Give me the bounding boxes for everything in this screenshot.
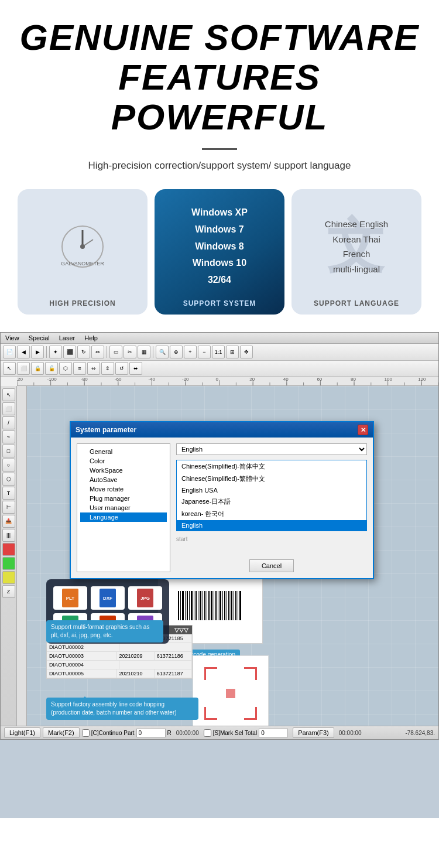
- menu-view[interactable]: View: [5, 334, 19, 341]
- tb-zoom-in[interactable]: +: [184, 346, 197, 358]
- tb-new[interactable]: 📄: [3, 346, 16, 358]
- lt-ellipse[interactable]: ○: [2, 459, 15, 471]
- label-row-5: DIAOTU00005 20210210 613721187: [47, 669, 192, 678]
- dialog-tree: General Color WorkSpace AutoSave Move ro…: [77, 443, 170, 572]
- ruler-v: [17, 386, 27, 726]
- tb2-arrow[interactable]: ↖: [3, 362, 16, 375]
- lt-line[interactable]: /: [2, 416, 15, 429]
- tb-forward[interactable]: ▶: [31, 346, 44, 358]
- smark-check: [S]Mark Sel Total: [204, 729, 288, 737]
- lt-polygon[interactable]: ⬡: [2, 473, 15, 486]
- card-inner-language: 文 Chinese EnglishKorean ThaiFrenchmulti-…: [322, 199, 391, 295]
- tb2-rotate-90[interactable]: ↺: [115, 362, 128, 375]
- tb-back[interactable]: ◀: [17, 346, 30, 358]
- label-cell-date3: 20210209: [117, 652, 155, 660]
- tb-cut[interactable]: ✂: [124, 346, 136, 358]
- callout-multiformat: Support multi-format graphics such as pl…: [46, 620, 163, 643]
- software-section: View Special Laser Help 📄 ◀ ▶ ✦ ⬛ ↻ ⇔ ▭ …: [0, 332, 439, 818]
- tree-color[interactable]: Color: [80, 456, 167, 466]
- qr-visual: [204, 667, 257, 720]
- tree-general[interactable]: General: [80, 447, 167, 456]
- app-window: View Special Laser Help 📄 ◀ ▶ ✦ ⬛ ↻ ⇔ ▭ …: [0, 332, 439, 740]
- smark-checkbox[interactable]: [204, 729, 211, 737]
- tb2-group[interactable]: ⬡: [59, 362, 72, 375]
- file-icon-jpg: JPG: [128, 586, 162, 610]
- label-cell-id3: DIAOTU00003: [47, 652, 117, 660]
- lang-select[interactable]: English: [176, 443, 367, 455]
- tb-mirror[interactable]: ⇔: [91, 346, 104, 358]
- lt-color2[interactable]: [2, 557, 15, 570]
- card-inner-system: Windows XPWindows 7Windows 8Windows 1032…: [188, 199, 251, 295]
- galvanometer-icon: GALVANOMETER: [59, 223, 106, 270]
- param-button[interactable]: Param(F3): [293, 727, 334, 738]
- tb-zoom-actual[interactable]: 1:1: [212, 346, 225, 358]
- tree-plugmanager[interactable]: Plug manager: [80, 494, 167, 503]
- tb-pan[interactable]: ✥: [240, 346, 253, 358]
- lt-rect[interactable]: □: [2, 445, 15, 457]
- lt-node[interactable]: ⬜: [2, 402, 15, 415]
- lt-color1[interactable]: [2, 543, 15, 556]
- tb2-flip-h[interactable]: ⇔: [87, 362, 100, 375]
- canvas-area: ↖ ⬜ / ~ □ ○ ⬡ T ⊢ 📥 ||| Z: [1, 386, 438, 726]
- tb2-lock[interactable]: 🔒: [31, 362, 44, 375]
- svg-rect-9: [187, 591, 188, 620]
- tb-rect[interactable]: ▭: [109, 346, 122, 358]
- tb-zoom-out[interactable]: −: [198, 346, 211, 358]
- lt-color3[interactable]: [2, 571, 15, 584]
- svg-rect-14: [198, 591, 198, 620]
- lt-measure[interactable]: ⊢: [2, 501, 15, 514]
- tb-select[interactable]: ✦: [49, 346, 62, 358]
- lang-opt-korean[interactable]: korean- 한국어: [177, 508, 366, 520]
- smark-input[interactable]: [259, 729, 288, 737]
- svg-rect-10: [189, 591, 190, 620]
- tb-zoom-page[interactable]: ⊞: [226, 346, 239, 358]
- tb-zoom-fit[interactable]: 🔍: [156, 346, 169, 358]
- label-row-2: DIAOTU00002: [47, 643, 192, 652]
- tree-autosave[interactable]: AutoSave: [80, 475, 167, 484]
- svg-rect-15: [200, 591, 201, 620]
- lang-opt-japanese[interactable]: Japanese-日本語: [177, 495, 366, 508]
- lt-bezier[interactable]: ~: [2, 430, 15, 443]
- continuo-checkbox[interactable]: [82, 729, 90, 737]
- tree-usermanager[interactable]: User manager: [80, 503, 167, 512]
- svg-rect-19: [208, 591, 210, 620]
- lang-opt-english[interactable]: English: [177, 520, 366, 531]
- tb-node[interactable]: ⬛: [63, 346, 76, 358]
- continuo-label: [C]Continuo Part: [91, 730, 135, 736]
- svg-rect-30: [234, 591, 234, 620]
- tb2-node2[interactable]: ⬜: [17, 362, 30, 375]
- light-button[interactable]: Light(F1): [4, 727, 40, 738]
- menu-special[interactable]: Special: [29, 334, 50, 341]
- ruler-canvas-h: [17, 377, 438, 386]
- tb2-unlock[interactable]: 🔓: [45, 362, 58, 375]
- main-title: GENUINE SOFTWARE FEATURES POWERFUL: [18, 18, 421, 138]
- lang-select-row: English: [176, 443, 367, 455]
- lang-opt-english-usa[interactable]: English USA: [177, 485, 366, 495]
- menu-laser[interactable]: Laser: [59, 334, 76, 341]
- cancel-button[interactable]: Cancel: [249, 559, 294, 572]
- lt-import[interactable]: 📥: [2, 515, 15, 528]
- lt-pointer[interactable]: ↖: [2, 388, 15, 401]
- svg-rect-24: [220, 591, 221, 620]
- lang-opt-simplified[interactable]: Chinese(Simplified)-简体中文: [177, 460, 366, 473]
- menu-help[interactable]: Help: [84, 334, 98, 341]
- tree-workspace[interactable]: WorkSpace: [80, 466, 167, 475]
- qr-corner-tl: [204, 667, 217, 680]
- tb2-align[interactable]: ≡: [73, 362, 86, 375]
- tree-language[interactable]: Language: [80, 512, 167, 522]
- mark-button[interactable]: Mark(F2): [43, 727, 80, 738]
- time2: 00:00:00: [339, 730, 362, 736]
- lang-opt-traditional[interactable]: Chinese(Simplified)-繁體中文: [177, 473, 366, 485]
- tb-rotate[interactable]: ↻: [77, 346, 90, 358]
- tree-moverotate[interactable]: Move rotate: [80, 484, 167, 494]
- dialog-close-btn[interactable]: ✕: [358, 425, 368, 435]
- lt-barcode[interactable]: |||: [2, 529, 15, 542]
- tb-sep3: [153, 346, 153, 358]
- continuo-input[interactable]: [136, 729, 166, 737]
- tb-qr[interactable]: ▦: [138, 346, 150, 358]
- tb2-dist[interactable]: ⬌: [129, 362, 142, 375]
- lt-text[interactable]: T: [2, 487, 15, 500]
- tb2-flip-v[interactable]: ⇕: [101, 362, 114, 375]
- lt-zoom[interactable]: Z: [2, 585, 15, 598]
- tb-zoom-in-sel[interactable]: ⊕: [170, 346, 183, 358]
